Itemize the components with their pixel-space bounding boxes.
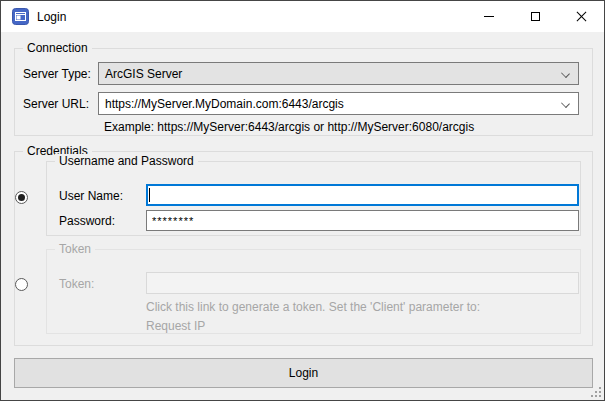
server-url-example-text: Example: https://MyServer:6443/arcgis or…: [104, 119, 474, 135]
server-url-combobox[interactable]: https://MyServer.MyDomain.com:6443/arcgi…: [98, 92, 579, 115]
request-ip-link[interactable]: Request IP: [146, 319, 205, 333]
login-button-label: Login: [289, 366, 318, 380]
token-label: Token:: [59, 276, 94, 292]
chevron-down-icon: [561, 99, 570, 108]
token-group-label: Token: [55, 242, 95, 257]
server-type-label: Server Type:: [23, 66, 91, 82]
maximize-icon: [531, 12, 540, 21]
form-window-icon: [12, 8, 29, 25]
resize-grip-icon[interactable]: [591, 387, 601, 397]
user-name-label: User Name:: [59, 188, 123, 204]
password-label: Password:: [59, 213, 115, 229]
username-password-group-label: Username and Password: [55, 154, 198, 169]
text-caret: [149, 188, 150, 202]
user-name-input[interactable]: [146, 184, 579, 206]
chevron-down-icon: [561, 69, 570, 78]
window-title: Login: [37, 10, 66, 24]
server-url-value: https://MyServer.MyDomain.com:6443/arcgi…: [105, 97, 344, 111]
token-helper-text: Click this link to generate a token. Set…: [146, 300, 480, 314]
minimize-button[interactable]: [466, 1, 512, 31]
login-dialog: Login Connection Server Type: ArcGIS Ser…: [0, 0, 605, 401]
close-button[interactable]: [558, 1, 604, 31]
caption-buttons: [466, 1, 604, 31]
username-password-radio[interactable]: [15, 191, 28, 204]
connection-group-label: Connection: [23, 41, 92, 56]
server-type-combobox[interactable]: ArcGIS Server: [98, 62, 579, 85]
maximize-button[interactable]: [512, 1, 558, 31]
token-radio[interactable]: [15, 278, 28, 291]
login-button[interactable]: Login: [14, 358, 593, 388]
server-type-value: ArcGIS Server: [105, 67, 182, 81]
close-icon: [576, 11, 587, 22]
server-url-label: Server URL:: [23, 96, 89, 112]
titlebar: Login: [1, 1, 604, 32]
password-input[interactable]: [146, 210, 579, 231]
minimize-icon: [484, 16, 494, 17]
token-input[interactable]: [146, 272, 579, 294]
